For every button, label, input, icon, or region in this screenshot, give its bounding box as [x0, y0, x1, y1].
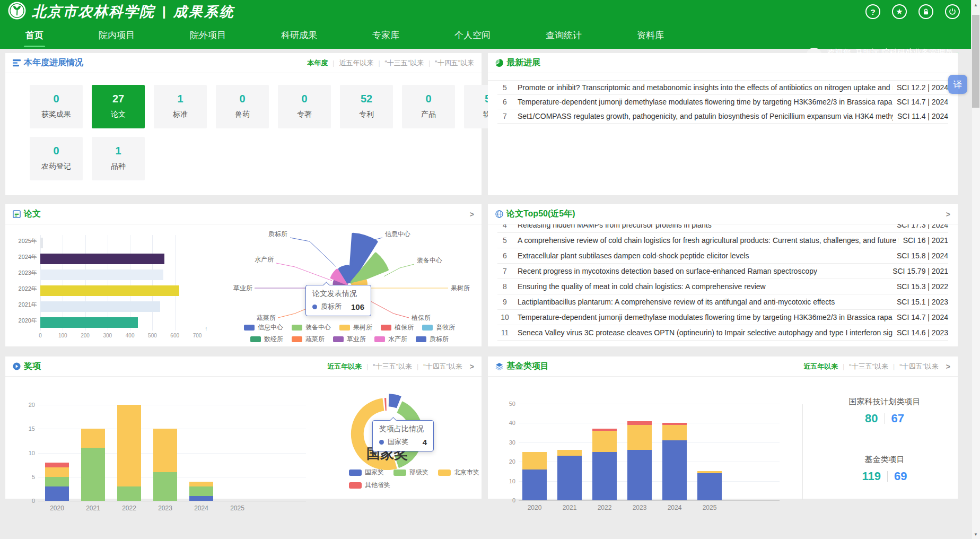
bar-segment-series-2022[interactable]: [592, 431, 617, 452]
legend-item-北京市奖[interactable]: 北京市奖: [438, 468, 479, 477]
list-item[interactable]: 5A comprehensive review of cold chain lo…: [497, 233, 948, 248]
bar-segment-部级奖-2024[interactable]: [189, 486, 213, 496]
nav-item-院内项目[interactable]: 院内项目: [99, 23, 135, 49]
stat-card-兽药[interactable]: 0兽药: [216, 85, 269, 128]
bar-segment-北京市奖-2020[interactable]: [45, 467, 69, 477]
legend-item-国家奖[interactable]: 国家奖: [349, 468, 384, 477]
list-item[interactable]: 8Ensuring the quality of meat in cold ch…: [497, 279, 948, 294]
stat-card-品种[interactable]: 1品种: [92, 137, 145, 180]
nav-item-个人空间[interactable]: 个人空间: [454, 23, 491, 49]
donut-slice-其他省奖[interactable]: [384, 398, 387, 411]
stat-card-获奖成果[interactable]: 0获奖成果: [30, 85, 83, 128]
page-scrollbar[interactable]: ▲ ▼: [971, 0, 980, 539]
legend-item-数经所[interactable]: 数经所: [250, 335, 283, 344]
nav-item-专家库[interactable]: 专家库: [372, 23, 399, 49]
bar-segment-部级奖-2020[interactable]: [45, 477, 69, 486]
bar-segment-部级奖-2021[interactable]: [81, 448, 105, 501]
bar-2023年[interactable]: [40, 270, 163, 280]
legend-item-植保所[interactable]: 植保所: [381, 323, 414, 332]
nav-item-科研成果[interactable]: 科研成果: [281, 23, 317, 49]
bar-segment-series-2023[interactable]: [627, 425, 652, 450]
tab-近五年以来[interactable]: 近五年以来: [803, 362, 838, 371]
legend-item-部级奖[interactable]: 部级奖: [393, 468, 428, 477]
bar-segment-其他省奖-2020[interactable]: [45, 463, 69, 467]
nav-item-资料库[interactable]: 资料库: [637, 23, 664, 49]
bar-segment-series-2025[interactable]: [697, 473, 722, 500]
legend-item-果树所[interactable]: 果树所: [339, 323, 372, 332]
awards-more-chevron[interactable]: >: [470, 362, 474, 371]
bar-segment-北京市奖-2022[interactable]: [117, 405, 141, 486]
legend-item-质标所[interactable]: 质标所: [416, 335, 449, 344]
bar-segment-series-2021[interactable]: [557, 450, 582, 456]
stat-card-标准[interactable]: 1标准: [154, 85, 207, 128]
bar-segment-series-2023[interactable]: [627, 450, 652, 500]
bar-segment-series-2020[interactable]: [522, 452, 547, 470]
legend-item-蔬菜所[interactable]: 蔬菜所: [292, 335, 325, 344]
tab-本年度[interactable]: 本年度: [307, 58, 328, 68]
tab-近五年以来[interactable]: 近五年以来: [327, 362, 362, 371]
tab-“十四五”以来[interactable]: “十四五”以来: [435, 58, 474, 68]
tab-“十四五”以来[interactable]: “十四五”以来: [423, 362, 462, 371]
scroll-up-arrow-icon[interactable]: ▲: [972, 1, 980, 9]
bar-segment-国家奖-2020[interactable]: [45, 486, 69, 501]
funds-more-chevron[interactable]: >: [946, 362, 950, 371]
papers-more-chevron[interactable]: >: [470, 210, 474, 219]
list-item[interactable]: 4Releasing hidden MAMPs from precursor p…: [497, 224, 948, 233]
stat-card-专利[interactable]: 52专利: [340, 85, 393, 128]
bar-2021年[interactable]: [40, 301, 160, 312]
list-item[interactable]: 7Set1/COMPASS regulates growth, pathogen…: [497, 109, 948, 124]
list-item[interactable]: 6Temperature-dependent jumonji demethyla…: [497, 95, 948, 109]
bar-segment-国家奖-2024[interactable]: [189, 496, 213, 501]
tab-“十三五”以来[interactable]: “十三五”以来: [385, 58, 424, 68]
bar-2020年[interactable]: [40, 317, 138, 328]
legend-item-水产所[interactable]: 水产所: [374, 335, 407, 344]
donut-slice-国家奖[interactable]: [389, 394, 401, 408]
list-item[interactable]: 9Lactiplantibacillus plantarum: A compre…: [497, 294, 948, 310]
bar-segment-series-2024[interactable]: [662, 425, 687, 440]
tab-近五年以来[interactable]: 近五年以来: [339, 58, 373, 68]
help-icon[interactable]: ?: [865, 4, 880, 19]
lock-icon[interactable]: [918, 4, 933, 19]
bar-segment-北京市奖-2023[interactable]: [153, 429, 177, 472]
bar-segment-北京市奖-2021[interactable]: [81, 429, 105, 448]
power-icon[interactable]: [945, 4, 960, 19]
list-item[interactable]: 6Extracellular plant subtilases dampen c…: [497, 248, 948, 264]
bar-segment-series-2020[interactable]: [522, 470, 547, 500]
list-item[interactable]: 7Recent progress in mycotoxins detection…: [497, 264, 948, 279]
bar-segment-series-2021[interactable]: [557, 456, 582, 500]
stat-card-论文[interactable]: 27论文: [92, 85, 145, 128]
tab-“十三五”以来[interactable]: “十三五”以来: [849, 362, 888, 371]
bar-segment-部级奖-2023[interactable]: [153, 472, 177, 501]
bar-segment-series-2022[interactable]: [592, 452, 617, 500]
stat-card-产品[interactable]: 0产品: [402, 85, 455, 128]
stat-card-农药登记[interactable]: 0农药登记: [30, 137, 83, 180]
translate-button[interactable]: 译: [948, 75, 967, 94]
bar-segment-北京市奖-2024[interactable]: [189, 482, 213, 486]
legend-item-信息中心[interactable]: 信息中心: [244, 323, 283, 332]
bar-segment-series-2025[interactable]: [697, 471, 722, 473]
bar-segment-部级奖-2022[interactable]: [117, 486, 141, 501]
scrollbar-thumb[interactable]: [972, 15, 979, 108]
bar-segment-series-2024[interactable]: [662, 423, 687, 425]
legend-item-其他省奖[interactable]: 其他省奖: [349, 481, 390, 490]
nav-item-查询统计[interactable]: 查询统计: [546, 23, 582, 49]
nav-item-院外项目[interactable]: 院外项目: [190, 23, 226, 49]
tab-“十三五”以来[interactable]: “十三五”以来: [373, 362, 412, 371]
stat-card-专著[interactable]: 0专著: [278, 85, 331, 128]
tab-“十四五”以来[interactable]: “十四五”以来: [899, 362, 939, 371]
scroll-down-arrow-icon[interactable]: ▼: [972, 530, 980, 538]
top50-more-chevron[interactable]: >: [946, 210, 950, 219]
nav-item-首页[interactable]: 首页: [25, 23, 43, 49]
bar-2025年[interactable]: [40, 238, 43, 248]
list-item[interactable]: 10Temperature-dependent jumonji demethyl…: [497, 310, 948, 325]
legend-item-装备中心[interactable]: 装备中心: [292, 323, 331, 332]
bar-2022年[interactable]: [40, 285, 179, 296]
legend-item-草业所[interactable]: 草业所: [333, 335, 366, 344]
bar-segment-series-2022[interactable]: [592, 429, 617, 431]
legend-item-畜牧所[interactable]: 畜牧所: [422, 323, 455, 332]
bar-segment-series-2023[interactable]: [627, 421, 652, 425]
favorite-icon[interactable]: ★: [892, 4, 907, 19]
bar-2024年[interactable]: [40, 254, 164, 264]
list-item[interactable]: 11Seneca Valley virus 3C protease cleave…: [497, 325, 948, 341]
list-item[interactable]: 5Promote or inhibit? Transcriptomic and …: [497, 81, 948, 95]
